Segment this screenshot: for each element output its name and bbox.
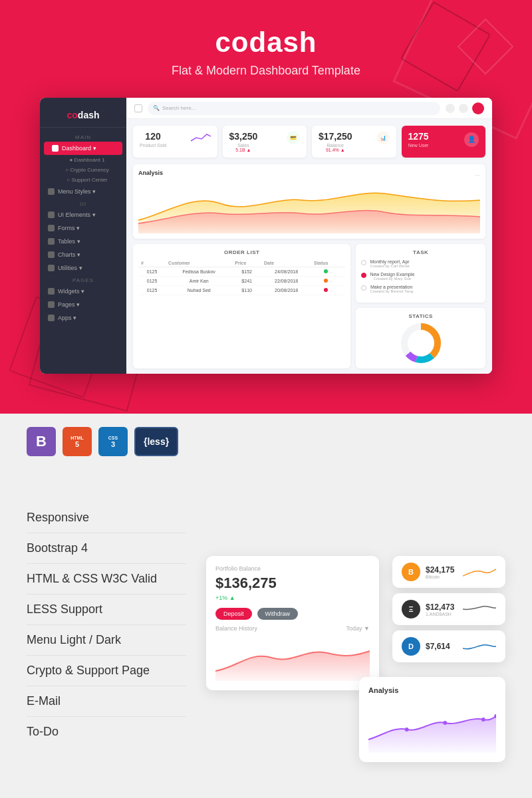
notification-icon[interactable] [446, 104, 455, 113]
task-sub-3: Created by Bennet Tang [370, 289, 413, 293]
sidebar-sub-dashboard1[interactable]: ● Dashboard 1 [40, 155, 126, 165]
analysis-preview-card: Analysis [359, 677, 505, 762]
sidebar-section-main: MAIN [40, 132, 126, 142]
portfolio-change: +1% ▲ [215, 595, 370, 601]
sidebar-item-utilities[interactable]: Utilities ▾ [40, 261, 126, 275]
stat-label-products: Product Sold [140, 143, 166, 148]
portfolio-amount: $136,275 [215, 575, 370, 592]
col-price: Price [232, 259, 261, 267]
dash-amount: $7,614 [426, 642, 458, 651]
analysis-preview-title: Analysis [368, 686, 496, 694]
topbar-icons [446, 102, 484, 114]
feature-email: E-Mail [27, 686, 186, 717]
task-item-2: New Design Example Created by Mary Sue [361, 272, 480, 281]
bell-icon[interactable] [459, 104, 468, 113]
bitcoin-icon: B [402, 563, 420, 581]
sidebar-item-forms[interactable]: Forms ▾ [40, 221, 126, 235]
analysis-more-dots[interactable]: ··· [475, 172, 480, 179]
sidebar-sub-support[interactable]: ○ Support Center [40, 175, 126, 185]
crypto-info-eth: $12,473 1.AND8ASH [426, 602, 458, 616]
user-avatar[interactable] [472, 102, 484, 114]
sidebar-item-pages[interactable]: Pages ▾ [40, 298, 126, 311]
crypto-info-dash: $7,614 [426, 642, 458, 651]
badge-css3: CSS 3 [98, 427, 128, 456]
svg-point-5 [443, 721, 447, 725]
search-bar[interactable]: 🔍 Search here... [148, 102, 440, 115]
task-check-1[interactable] [361, 260, 366, 265]
order-date-2: 22/08/2018 [261, 277, 311, 286]
task-text-2: New Design Example [370, 272, 414, 277]
sidebar-item-menu-styles[interactable]: Menu Styles ▾ [40, 185, 126, 198]
task-sub-1: Created by Carl Benet [370, 264, 409, 268]
crypto-card-dash: D $7,614 [392, 630, 505, 662]
feature-crypto: Crypto & Support Page [27, 656, 186, 686]
history-period[interactable]: Today ▼ [346, 625, 370, 632]
order-list-title: ORDER LIST [138, 249, 345, 255]
order-date-3: 20/08/2018 [261, 286, 311, 295]
crypto-card-bitcoin: B $24,175 Bitcoin [392, 556, 505, 588]
badge-html5: HTML 5 [63, 427, 92, 456]
bitcoin-amount: $24,175 [426, 565, 458, 575]
task-sub-2: Created by Mary Sue [370, 277, 414, 281]
sidebar-item-tables[interactable]: Tables ▾ [40, 235, 126, 248]
stat-card-balance: $17,250 Balance 91.4% ▲ 📊 [312, 126, 396, 158]
svg-point-6 [481, 718, 485, 722]
search-placeholder: Search here... [162, 105, 196, 111]
order-status-1: ··· [311, 267, 345, 277]
order-price-1: $152 [232, 267, 261, 277]
bitcoin-chart [463, 564, 496, 580]
task-check-2[interactable] [361, 273, 366, 278]
order-customer-1: Fedissa Buskov [166, 267, 232, 277]
task-check-3[interactable] [361, 285, 366, 291]
feature-bootstrap: Bootstrap 4 [27, 533, 186, 564]
expand-icon[interactable] [134, 104, 142, 112]
stat-card-products: 120 Product Sold [133, 126, 217, 158]
portfolio-card: Portfolio Balance $136,275 +1% ▲ Deposit… [206, 556, 379, 690]
col-status: Status [311, 259, 345, 267]
withdraw-button[interactable]: Withdraw [257, 608, 299, 620]
mini-chart-products [191, 131, 211, 144]
stat-change-sales: 5.1B ▲ [229, 148, 258, 152]
badge-less: {less} [134, 427, 178, 456]
features-section: Responsive Bootstrap 4 HTML & CSS W3C Va… [0, 483, 532, 789]
sidebar-item-charts[interactable]: Charts ▾ [40, 248, 126, 261]
features-list-container: Responsive Bootstrap 4 HTML & CSS W3C Va… [27, 503, 186, 747]
order-status-2: ··· [311, 277, 345, 286]
statics-section: STATICS [356, 308, 485, 368]
task-item-1: Monthly report, Apr Created by Carl Bene… [361, 259, 480, 268]
portfolio-buttons: Deposit Withdraw [215, 608, 370, 620]
bitcoin-label: Bitcoin [426, 575, 458, 579]
sidebar-item-dashboard[interactable]: Dashboard ▾ [44, 142, 122, 155]
order-status-3: ··· [311, 286, 345, 295]
analysis-title: Analysis [138, 170, 163, 176]
portfolio-label: Portfolio Balance [215, 565, 370, 572]
statics-title: STATICS [361, 313, 480, 319]
badge-bootstrap: B [27, 427, 56, 456]
deposit-button[interactable]: Deposit [215, 608, 252, 620]
sidebar-sub-crypto[interactable]: ○ Crypto Currency [40, 165, 126, 175]
tech-badges-section: B HTML 5 CSS 3 {less} [0, 414, 532, 483]
stat-number-balance: $17,250 [319, 131, 352, 142]
order-id-1: 0125 [138, 267, 166, 277]
dash-icon: D [402, 637, 420, 656]
order-date-1: 24/08/2018 [261, 267, 311, 277]
balance-chart [215, 634, 370, 681]
task-section: TASK Monthly report, Apr Created by Carl… [356, 244, 485, 303]
sidebar-item-apps[interactable]: Apps ▾ [40, 311, 126, 325]
sidebar-item-widgets[interactable]: Widgets ▾ [40, 285, 126, 298]
crypto-card-eth: Ξ $12,473 1.AND8ASH [392, 593, 505, 625]
table-row: 0125 Nuhad Sed $110 20/08/2018 ··· [138, 286, 345, 295]
col-customer: Customer [166, 259, 232, 267]
right-column: TASK Monthly report, Apr Created by Carl… [356, 244, 485, 368]
feature-html-css: HTML & CSS W3C Valid [27, 564, 186, 595]
order-list-section: ORDER LIST # Customer Price Date Status [133, 244, 350, 368]
task-item-3: Make a presentation Created by Bennet Ta… [361, 285, 480, 293]
crypto-cards-column: B $24,175 Bitcoin Ξ $12,473 1.AND8ASH [392, 556, 505, 662]
order-table: # Customer Price Date Status 0125 Fediss… [138, 259, 345, 295]
svg-point-4 [405, 728, 409, 732]
sidebar-item-ui-elements[interactable]: UI Elements ▾ [40, 208, 126, 221]
stat-label-sales: Sales [229, 143, 258, 148]
stat-card-sales: $3,250 Sales 5.1B ▲ 💳 [223, 126, 307, 158]
task-title: TASK [361, 249, 480, 255]
feature-menu: Menu Light / Dark [27, 625, 186, 656]
